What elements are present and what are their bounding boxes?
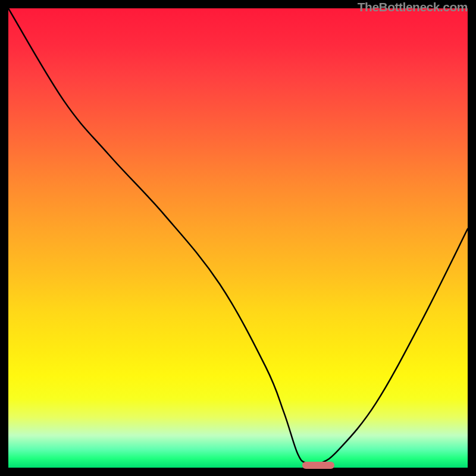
bottleneck-curve	[8, 8, 468, 468]
watermark-text: TheBottleneck.com	[358, 0, 468, 14]
chart-container: TheBottleneck.com	[0, 0, 476, 476]
optimal-range-marker	[302, 462, 334, 469]
plot-area	[8, 8, 468, 468]
